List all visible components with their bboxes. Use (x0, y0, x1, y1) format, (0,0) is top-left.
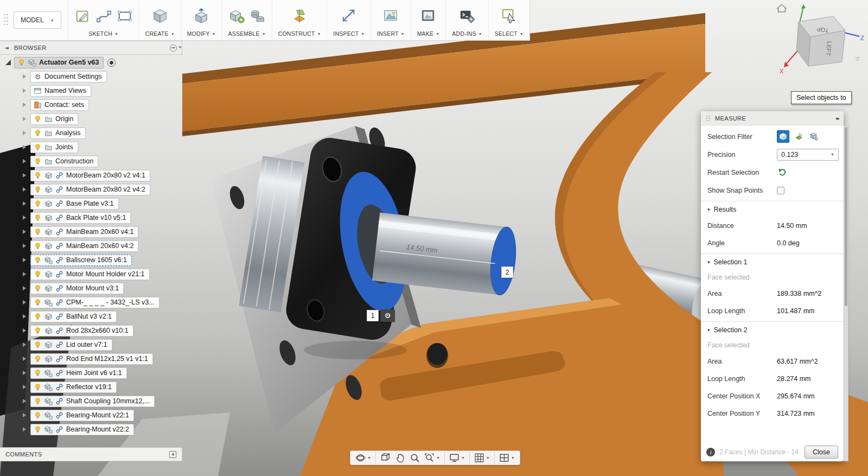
bulb-icon[interactable] (34, 313, 42, 321)
make-icon[interactable] (420, 8, 436, 24)
expand-arrow-icon[interactable] (22, 173, 28, 178)
restart-selection-icon[interactable] (777, 167, 787, 177)
tree-row[interactable]: MainBeam 20x60 v4:2 (0, 239, 159, 253)
bulb-icon[interactable] (34, 397, 42, 405)
bulb-icon[interactable] (34, 143, 42, 151)
bulb-icon[interactable] (34, 341, 42, 349)
expand-arrow-icon[interactable] (22, 328, 28, 333)
bulb-icon[interactable] (34, 383, 42, 391)
expand-arrow-icon[interactable] (22, 398, 28, 404)
expand-arrow-icon[interactable] (22, 158, 28, 164)
expand-arrow-icon[interactable] (22, 243, 28, 249)
expand-arrow-icon[interactable] (22, 356, 28, 361)
expand-arrow-icon[interactable] (22, 187, 28, 192)
tree-row[interactable]: Base Plate v3:1 (0, 196, 159, 211)
bulb-icon[interactable] (34, 129, 42, 137)
expand-arrow-icon[interactable] (22, 412, 28, 418)
press-pull-icon[interactable] (193, 8, 209, 24)
bulb-icon[interactable] (34, 411, 42, 420)
add-comment-icon[interactable] (169, 451, 176, 458)
toolbar-group-insert[interactable]: INSERT ▼ (371, 0, 410, 40)
tree-row[interactable]: MotorBeam 20x80 v2 v4:2 (0, 182, 159, 196)
tree-row[interactable]: Construction (0, 154, 159, 168)
tree-row[interactable]: MainBeam 20x60 v4:1 (0, 225, 159, 239)
joint-icon[interactable] (250, 8, 266, 24)
show-snap-points-checkbox[interactable] (777, 187, 784, 194)
tree-row[interactable]: MotorBeam 20x80 v2 v4:1 (0, 168, 159, 182)
tree-row[interactable]: ⚙ Document Settings (0, 69, 159, 84)
selection-filter-button-component-filter[interactable] (808, 130, 821, 143)
activate-component-radio[interactable] (107, 59, 116, 67)
expand-arrow-icon[interactable] (22, 257, 28, 263)
toolbar-group-assemble[interactable]: ASSEMBLE ▼ (222, 0, 272, 40)
tree-row[interactable]: Shaft Coupling 10mmx12,... (0, 394, 159, 408)
section-caret-icon[interactable]: ▾ (707, 259, 710, 265)
construct-plane-icon[interactable] (291, 8, 308, 24)
toolbar-grip-icon[interactable] (3, 13, 8, 27)
select-icon[interactable] (501, 8, 517, 24)
bulb-icon[interactable] (34, 200, 42, 208)
tree-row[interactable]: Named Views (0, 84, 159, 98)
dock-tool-look-at[interactable] (378, 452, 393, 464)
workspace-selector[interactable]: MODEL ▼ (14, 11, 61, 29)
measure-icon[interactable] (341, 8, 357, 24)
tree-row[interactable]: Motor Mount v3:1 (0, 281, 159, 295)
expand-arrow-icon[interactable] (22, 285, 28, 291)
add-ins-icon[interactable] (459, 8, 475, 24)
tree-row[interactable]: Origin (0, 112, 159, 126)
bulb-icon[interactable] (34, 115, 42, 123)
expand-arrow-icon[interactable] (22, 144, 28, 150)
expand-arrow-icon[interactable] (5, 60, 11, 65)
selection-filter-button-face-filter[interactable] (793, 130, 805, 143)
tree-row[interactable]: Motor Mount Holder v21:1 (0, 267, 159, 281)
measure-dialog-header[interactable]: MEASURE ▸▸ (701, 111, 844, 125)
browser-collapse-handle[interactable]: ◂ (178, 44, 181, 49)
dock-tool-display-settings[interactable]: ▼ (447, 452, 470, 464)
section-caret-icon[interactable]: ▾ (707, 327, 710, 333)
dock-tool-viewports[interactable]: ▼ (497, 452, 517, 464)
expand-arrow-icon[interactable] (22, 116, 28, 122)
expand-arrow-icon[interactable] (22, 384, 28, 390)
insert-image-icon[interactable] (382, 8, 399, 24)
expand-arrow-icon[interactable] (22, 130, 28, 136)
expand-arrow-icon[interactable] (22, 427, 28, 432)
bulb-icon[interactable] (34, 270, 42, 278)
expand-arrow-icon[interactable] (22, 342, 28, 347)
expand-arrow-icon[interactable] (22, 314, 28, 319)
bulb-icon[interactable] (34, 355, 42, 363)
measure-scrollbar[interactable] (844, 125, 848, 461)
bulb-icon[interactable] (34, 157, 42, 166)
tree-row[interactable]: Analysis (0, 126, 159, 140)
navbar-collapse-icon[interactable]: ▽ (856, 56, 860, 62)
bulb-icon[interactable] (34, 256, 42, 264)
drag-handle-icon[interactable] (706, 115, 711, 122)
tree-row[interactable]: Rod 28x2x660 v10:1 (0, 323, 159, 338)
dock-tool-grid-settings[interactable]: ▼ (472, 452, 495, 464)
tree-row[interactable]: Bearing-Mount v22:1 (0, 408, 159, 422)
dock-tool-orbit[interactable]: ▼ (353, 452, 376, 464)
expand-arrow-icon[interactable] (22, 88, 28, 93)
tree-row[interactable]: Joints (0, 140, 159, 154)
expand-arrow-icon[interactable] (22, 370, 28, 376)
expand-arrow-icon[interactable] (22, 201, 28, 206)
selection-options-gear-icon[interactable]: ⚙ (380, 309, 395, 322)
bulb-icon[interactable] (34, 214, 42, 222)
section-caret-icon[interactable]: ▾ (707, 207, 710, 212)
tree-row[interactable]: CPM-_ _ _ _ - 3432_-LS v3... (0, 295, 159, 309)
tree-row[interactable]: Lid outer v7:1 (0, 338, 159, 352)
toolbar-group-create[interactable]: CREATE ▼ (139, 0, 181, 40)
display-filter-icon[interactable] (170, 45, 177, 52)
expand-arrow-icon[interactable] (22, 74, 28, 79)
expand-arrow-icon[interactable] (22, 215, 28, 220)
toolbar-group-make[interactable]: MAKE ▼ (411, 0, 446, 40)
toolbar-group-sketch[interactable]: SKETCH ▼ (68, 0, 139, 40)
sketch-rectangle-icon[interactable] (117, 8, 133, 24)
bulb-icon[interactable] (34, 242, 42, 250)
bulb-icon[interactable] (34, 327, 42, 335)
close-button[interactable]: Close (805, 446, 838, 459)
new-component-icon[interactable] (228, 8, 245, 24)
dock-tool-zoom-fit[interactable]: ▼ (422, 452, 445, 464)
precision-select[interactable]: 0.123 ▼ (777, 149, 839, 161)
bulb-icon[interactable] (34, 186, 42, 194)
bulb-icon[interactable] (34, 228, 42, 236)
